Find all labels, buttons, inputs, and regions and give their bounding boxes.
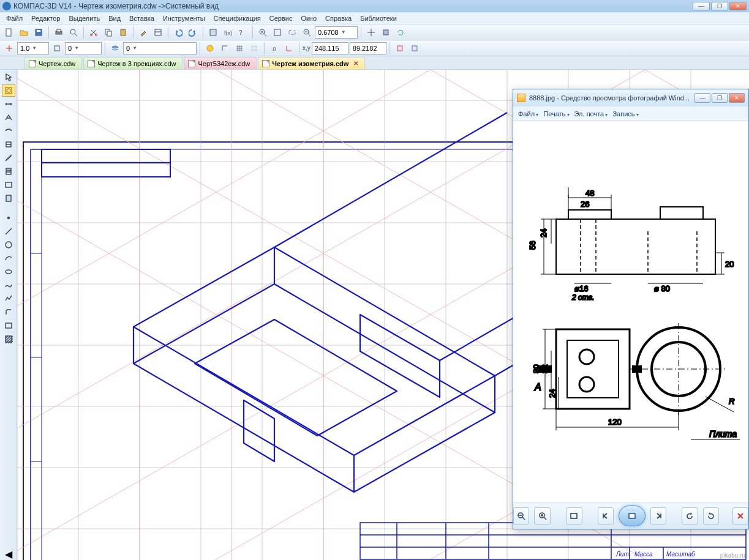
cursor-tool[interactable] (2, 71, 15, 83)
menu-insert[interactable]: Вставка (126, 13, 158, 23)
refresh-button[interactable] (394, 26, 407, 39)
menu-tools[interactable]: Инструменты (159, 13, 209, 23)
new-doc-button[interactable] (2, 26, 16, 39)
snap-button[interactable] (2, 42, 16, 55)
arc-tool[interactable] (2, 252, 15, 264)
polyline-tool[interactable] (2, 293, 15, 305)
viewer-titlebar[interactable]: 8888.jpg - Средство просмотра фотографий… (513, 89, 748, 106)
menu-window[interactable]: Окно (297, 13, 320, 23)
geometry-tool[interactable] (2, 84, 15, 97)
viewer-menu-email[interactable]: Эл. почта (574, 110, 608, 118)
point-tool[interactable] (2, 212, 15, 224)
line-style-combo[interactable]: 1.0▼ (17, 42, 49, 54)
viewer-prev-button[interactable] (598, 507, 614, 525)
viewer-fit-button[interactable] (566, 507, 582, 525)
window-maximize-button[interactable]: ❐ (711, 2, 728, 10)
round-button[interactable]: .0 (268, 42, 281, 55)
library-tool[interactable] (2, 165, 15, 177)
grid-on-button[interactable] (233, 42, 246, 55)
scroll-left-button[interactable]: ◀ (2, 548, 15, 560)
pan-button[interactable] (364, 26, 378, 39)
doc-tab-1[interactable]: Чертеж.cdw (24, 57, 82, 69)
svg-line-25 (308, 34, 311, 36)
paste-button[interactable] (116, 26, 130, 39)
spline-tool[interactable] (2, 279, 15, 291)
param-tool[interactable] (2, 138, 15, 151)
lcs-button[interactable] (282, 42, 296, 55)
window-minimize-button[interactable]: — (693, 2, 710, 10)
save-button[interactable] (32, 26, 45, 39)
cut-button[interactable] (87, 26, 100, 39)
menu-view[interactable]: Вид (105, 13, 124, 23)
doc-tab-4[interactable]: Чертеж изометрия.cdw✕ (258, 57, 365, 69)
step-combo[interactable]: 0▼ (65, 42, 102, 54)
viewer-delete-button[interactable] (732, 507, 748, 525)
viewer-zoom-in-button[interactable] (534, 507, 550, 525)
circle-tool[interactable] (2, 239, 15, 251)
properties-button[interactable] (151, 26, 165, 39)
report-tool[interactable] (2, 192, 15, 204)
rect-tool[interactable] (2, 319, 15, 332)
open-button[interactable] (17, 26, 31, 39)
vars-button[interactable]: f(x) (221, 26, 235, 39)
manager-button[interactable] (206, 26, 220, 39)
fillet-tool[interactable] (2, 306, 15, 318)
viewer-next-button[interactable] (650, 507, 666, 525)
menu-select[interactable]: Выделить (65, 13, 104, 23)
zoom-window-button[interactable] (285, 26, 299, 39)
misc2-button[interactable] (408, 42, 421, 55)
menu-libraries[interactable]: Библиотеки (356, 13, 401, 23)
zoom-combo[interactable]: 0.6708▼ (315, 26, 358, 39)
rebuild-button[interactable] (379, 26, 393, 39)
copy-button[interactable] (102, 26, 115, 39)
measure-tool[interactable] (2, 152, 15, 164)
zoom-in-button[interactable] (256, 26, 269, 39)
menu-spec[interactable]: Спецификация (210, 13, 265, 23)
ortho-button[interactable] (218, 42, 231, 55)
svg-line-6 (75, 34, 77, 36)
brush-button[interactable] (137, 26, 150, 39)
menu-service[interactable]: Сервис (266, 13, 296, 23)
misc1-button[interactable] (393, 42, 407, 55)
menu-edit[interactable]: Редактор (28, 13, 64, 23)
help-button[interactable]: ? (236, 26, 249, 39)
doc-tab-3[interactable]: Черт5342еж.cdw (184, 57, 257, 69)
zoom-fit-button[interactable] (271, 26, 284, 39)
line-tool[interactable] (2, 225, 15, 237)
layer-icon[interactable] (108, 42, 122, 55)
undo-button[interactable] (171, 26, 185, 39)
coord-y[interactable]: 89.2182 (350, 42, 386, 54)
viewer-maximize-button[interactable]: ❐ (712, 93, 728, 103)
redo-button[interactable] (186, 26, 200, 39)
viewer-menu-record[interactable]: Запись (612, 110, 638, 118)
ellipse-tool[interactable] (2, 266, 15, 278)
print-button[interactable] (52, 26, 66, 39)
tab-close-button[interactable]: ✕ (353, 60, 358, 67)
menu-help[interactable]: Справка (322, 13, 355, 23)
viewer-minimize-button[interactable]: — (694, 93, 710, 103)
photo-viewer-window[interactable]: 8888.jpg - Средство просмотра фотографий… (513, 89, 749, 529)
viewer-slideshow-button[interactable] (619, 506, 645, 526)
viewer-zoom-out-button[interactable] (513, 507, 529, 525)
menu-file[interactable]: Файл (2, 13, 26, 23)
zoom-out-button[interactable] (300, 26, 314, 39)
viewer-rotate-ccw-button[interactable] (682, 507, 698, 525)
grid-off-button[interactable] (247, 42, 261, 55)
state-button[interactable] (203, 42, 217, 55)
viewer-rotate-cw-button[interactable] (703, 507, 719, 525)
viewer-menu-file[interactable]: Файл (518, 110, 538, 118)
window-close-button[interactable]: ✕ (729, 2, 747, 10)
dimension-tool[interactable] (2, 98, 15, 110)
text-tool[interactable] (2, 111, 15, 124)
viewer-close-button[interactable]: ✕ (729, 93, 745, 103)
hatch-tool[interactable] (2, 333, 15, 345)
preview-button[interactable] (67, 26, 80, 39)
viewer-menu-print[interactable]: Печать (543, 110, 569, 118)
step-button[interactable] (50, 42, 64, 55)
doc-tab-2[interactable]: Чертеж в 3 прекциях.cdw (83, 57, 183, 69)
coord-x[interactable]: 248.115 (312, 42, 348, 54)
spec-tool[interactable] (2, 179, 15, 191)
edit-tool[interactable] (2, 125, 15, 137)
layer-combo[interactable]: 0▼ (123, 42, 197, 54)
viewer-content[interactable]: 48 26 56 24 20 ⌀16 2 отв. ⌀ 80 (513, 121, 748, 502)
